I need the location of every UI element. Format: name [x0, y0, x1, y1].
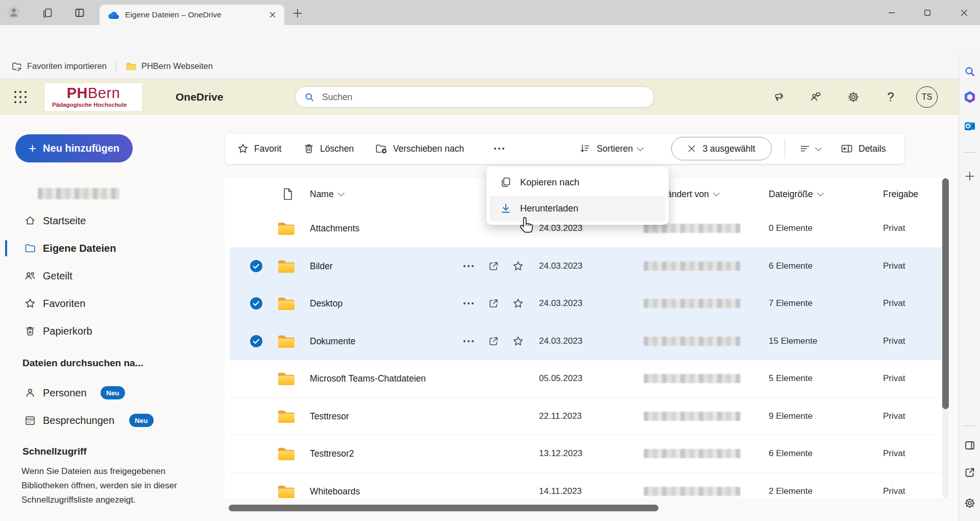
microsoft365-icon[interactable]	[963, 90, 976, 104]
help-icon[interactable]: ?	[885, 91, 897, 103]
file-name[interactable]: Attachments	[310, 223, 359, 234]
search-input[interactable]	[322, 92, 646, 103]
table-row[interactable]: Whiteboards 14.11.2023 2 Elemente Privat	[230, 473, 942, 499]
window-maximize-button[interactable]	[913, 0, 942, 25]
file-name[interactable]: Whiteboards	[310, 486, 360, 496]
file-name[interactable]: Desktop	[310, 298, 342, 309]
file-size: 6 Elemente	[769, 261, 813, 271]
document-type-icon[interactable]	[282, 187, 294, 201]
table-row[interactable]: Microsoft Teams-Chatdateien 05.05.2023 5…	[230, 360, 942, 398]
import-favorites-button[interactable]: Favoriten importieren	[11, 61, 107, 72]
row-more-actions-icon[interactable]	[462, 335, 475, 348]
file-name[interactable]: Testtresor2	[310, 448, 354, 459]
favorite-button[interactable]: Favorit	[237, 133, 281, 164]
redacted-modified-by	[644, 412, 741, 421]
new-tab-icon[interactable]	[291, 7, 304, 20]
sidebar-item-besprechungen[interactable]: Besprechungen Neu	[0, 407, 225, 434]
command-toolbar: Favorit Löschen Verschieben nach Sortier…	[225, 133, 904, 164]
row-favorite-star-icon[interactable]	[511, 297, 525, 310]
open-external-icon[interactable]	[963, 466, 976, 479]
file-size: 5 Elemente	[769, 373, 813, 384]
row-share-icon[interactable]	[487, 335, 500, 348]
favorites-divider	[116, 60, 116, 73]
folder-icon	[277, 221, 296, 236]
window-minimize-button[interactable]	[877, 0, 906, 25]
sidebar-item-geteilt[interactable]: Geteilt	[0, 262, 225, 290]
horizontal-scrollbar-thumb[interactable]	[229, 505, 658, 511]
more-commands-button[interactable]	[494, 133, 504, 164]
favorites-folder-phbern[interactable]: PHBern Webseiten	[126, 61, 213, 71]
announcements-megaphone-icon[interactable]	[774, 91, 786, 103]
sidebar-add-icon[interactable]	[963, 170, 976, 183]
file-name[interactable]: Bilder	[310, 260, 333, 271]
vertical-scrollbar[interactable]	[942, 178, 949, 498]
sidebar-item-papierkorb[interactable]: Papierkorb	[0, 317, 225, 345]
delete-button[interactable]: Löschen	[303, 133, 354, 164]
browser-tab[interactable]: Eigene Dateien – OneDrive	[100, 5, 284, 25]
move-to-button[interactable]: Verschieben nach	[375, 133, 464, 164]
strip-settings-gear-icon[interactable]	[963, 496, 976, 510]
folder-icon	[277, 409, 296, 424]
table-row[interactable]: Testtresor2 13.12.2023 6 Elemente Privat	[230, 435, 942, 473]
table-row[interactable]: Desktop 24.03.2023 7 Elemente Privat	[230, 285, 942, 323]
share-status: Privat	[883, 448, 905, 459]
row-more-actions-icon[interactable]	[462, 297, 475, 310]
app-launcher-waffle-icon[interactable]	[13, 90, 28, 104]
selection-count-pill[interactable]: 3 ausgewählt	[671, 137, 772, 160]
tab-close-icon[interactable]	[268, 10, 277, 19]
sort-button[interactable]: Sortieren	[579, 133, 643, 164]
sidebar-item-favoriten[interactable]: Favoriten	[0, 290, 225, 317]
column-header-share[interactable]: Freigabe	[883, 189, 918, 200]
row-favorite-star-icon[interactable]	[511, 259, 525, 273]
selected-check-icon[interactable]	[250, 335, 263, 348]
row-share-icon[interactable]	[487, 259, 500, 273]
row-more-actions-icon[interactable]	[462, 259, 475, 273]
view-options-button[interactable]	[799, 133, 821, 164]
menu-item-kopieren-nach[interactable]: Kopieren nach	[486, 170, 669, 195]
context-menu: Kopieren nach Herunterladen	[486, 167, 669, 225]
column-header-name[interactable]: Name	[310, 189, 344, 200]
modified-date: 24.03.2023	[539, 223, 582, 233]
share-status: Privat	[883, 411, 905, 421]
column-header-size[interactable]: Dateigröße	[769, 189, 823, 200]
table-row[interactable]: Bilder 24.03.2023 6 Elemente Privat	[230, 248, 942, 286]
feedback-icon[interactable]	[810, 91, 822, 103]
logo-bern: Bern	[88, 85, 120, 101]
menu-item-herunterladen[interactable]: Herunterladen	[486, 196, 669, 221]
row-favorite-star-icon[interactable]	[511, 335, 525, 348]
search-box[interactable]	[295, 86, 654, 108]
onedrive-sidebar: + Neu hinzufügen Startseite Eigene Datei…	[0, 115, 225, 521]
row-share-icon[interactable]	[487, 297, 500, 310]
file-size: 0 Elemente	[769, 223, 813, 233]
account-avatar[interactable]: TS	[916, 86, 938, 108]
table-row[interactable]: Testtresor 22.11.2023 9 Elemente Privat	[230, 398, 942, 436]
sidebar-item-startseite[interactable]: Startseite	[0, 207, 225, 234]
vertical-scrollbar-thumb[interactable]	[942, 178, 949, 409]
file-name[interactable]: Microsoft Teams-Chatdateien	[310, 373, 426, 384]
sidebar-panel-icon[interactable]	[963, 439, 976, 452]
add-new-button[interactable]: + Neu hinzufügen	[15, 134, 133, 162]
file-name[interactable]: Testtresor	[310, 411, 349, 421]
details-button[interactable]: Details	[840, 133, 886, 164]
folder-icon	[126, 62, 137, 71]
table-row[interactable]: Dokumente 24.03.2023 15 Elemente Privat	[230, 323, 942, 361]
file-size: 7 Elemente	[769, 298, 813, 309]
sidebar-search-icon[interactable]	[963, 65, 976, 78]
redacted-modified-by	[644, 374, 741, 383]
selected-check-icon[interactable]	[250, 259, 263, 273]
onedrive-main: Favorit Löschen Verschieben nach Sortier…	[225, 115, 959, 521]
toolbar-divider	[785, 139, 785, 158]
sidebar-item-personen[interactable]: Personen Neu	[0, 379, 225, 407]
share-status: Privat	[883, 223, 905, 233]
sidebar-item-eigene-dateien[interactable]: Eigene Dateien	[0, 234, 225, 262]
redacted-modified-by	[644, 487, 741, 496]
file-name[interactable]: Dokumente	[310, 336, 356, 346]
outlook-icon[interactable]	[963, 120, 976, 133]
workspaces-icon[interactable]	[41, 6, 54, 19]
profile-avatar-icon[interactable]	[7, 5, 20, 18]
tab-actions-icon[interactable]	[73, 6, 86, 19]
window-close-button[interactable]	[949, 0, 979, 25]
settings-gear-icon[interactable]	[847, 91, 860, 103]
phbern-logo[interactable]: PHBern Pädagogische Hochschule	[45, 83, 142, 111]
selected-check-icon[interactable]	[250, 297, 263, 310]
